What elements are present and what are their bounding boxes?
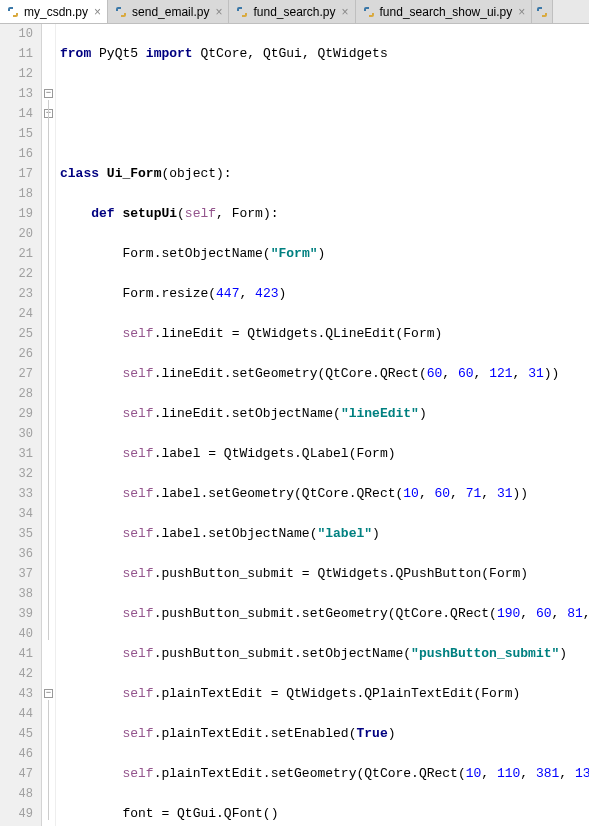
- line-number: 41: [0, 644, 33, 664]
- tab-bar: my_csdn.py × send_email.py × fund_search…: [0, 0, 589, 24]
- line-number: 22: [0, 264, 33, 284]
- line-number: 40: [0, 624, 33, 644]
- fold-toggle-icon[interactable]: −: [44, 89, 53, 98]
- close-icon[interactable]: ×: [215, 5, 222, 19]
- close-icon[interactable]: ×: [342, 5, 349, 19]
- fold-column[interactable]: − − −: [42, 24, 56, 826]
- line-gutter: 1011121314151617181920212223242526272829…: [0, 24, 42, 826]
- line-number: 13: [0, 84, 33, 104]
- line-number: 39: [0, 604, 33, 624]
- tab-label: send_email.py: [132, 5, 209, 19]
- line-number: 24: [0, 304, 33, 324]
- line-number: 38: [0, 584, 33, 604]
- python-icon: [114, 5, 128, 19]
- code-area[interactable]: from PyQt5 import QtCore, QtGui, QtWidge…: [56, 24, 589, 826]
- line-number: 23: [0, 284, 33, 304]
- line-number: 17: [0, 164, 33, 184]
- line-number: 46: [0, 744, 33, 764]
- tab-fund-search-show-ui[interactable]: fund_search_show_ui.py ×: [356, 0, 533, 23]
- tab-label: fund_search.py: [253, 5, 335, 19]
- tab-label: my_csdn.py: [24, 5, 88, 19]
- line-number: 10: [0, 24, 33, 44]
- python-icon: [362, 5, 376, 19]
- line-number: 29: [0, 404, 33, 424]
- python-icon: [6, 5, 20, 19]
- line-number: 27: [0, 364, 33, 384]
- line-number: 25: [0, 324, 33, 344]
- tab-fund-search[interactable]: fund_search.py ×: [229, 0, 355, 23]
- line-number: 35: [0, 524, 33, 544]
- line-number: 26: [0, 344, 33, 364]
- line-number: 15: [0, 124, 33, 144]
- line-number: 33: [0, 484, 33, 504]
- line-number: 45: [0, 724, 33, 744]
- line-number: 20: [0, 224, 33, 244]
- line-number: 31: [0, 444, 33, 464]
- line-number: 36: [0, 544, 33, 564]
- line-number: 47: [0, 764, 33, 784]
- line-number: 14: [0, 104, 33, 124]
- line-number: 19: [0, 204, 33, 224]
- line-number: 16: [0, 144, 33, 164]
- line-number: 30: [0, 424, 33, 444]
- line-number: 32: [0, 464, 33, 484]
- line-number: 21: [0, 244, 33, 264]
- code-editor[interactable]: 1011121314151617181920212223242526272829…: [0, 24, 589, 826]
- line-number: 37: [0, 564, 33, 584]
- line-number: 12: [0, 64, 33, 84]
- line-number: 49: [0, 804, 33, 824]
- tab-my-csdn[interactable]: my_csdn.py ×: [0, 0, 108, 23]
- line-number: 28: [0, 384, 33, 404]
- python-icon: [235, 5, 249, 19]
- line-number: 11: [0, 44, 33, 64]
- line-number: 42: [0, 664, 33, 684]
- line-number: 43: [0, 684, 33, 704]
- line-number: 18: [0, 184, 33, 204]
- line-number: 44: [0, 704, 33, 724]
- python-icon: [535, 5, 549, 19]
- fold-toggle-icon[interactable]: −: [44, 689, 53, 698]
- tab-overflow[interactable]: [532, 0, 553, 23]
- close-icon[interactable]: ×: [518, 5, 525, 19]
- close-icon[interactable]: ×: [94, 5, 101, 19]
- tab-label: fund_search_show_ui.py: [380, 5, 513, 19]
- tab-send-email[interactable]: send_email.py ×: [108, 0, 229, 23]
- line-number: 34: [0, 504, 33, 524]
- line-number: 48: [0, 784, 33, 804]
